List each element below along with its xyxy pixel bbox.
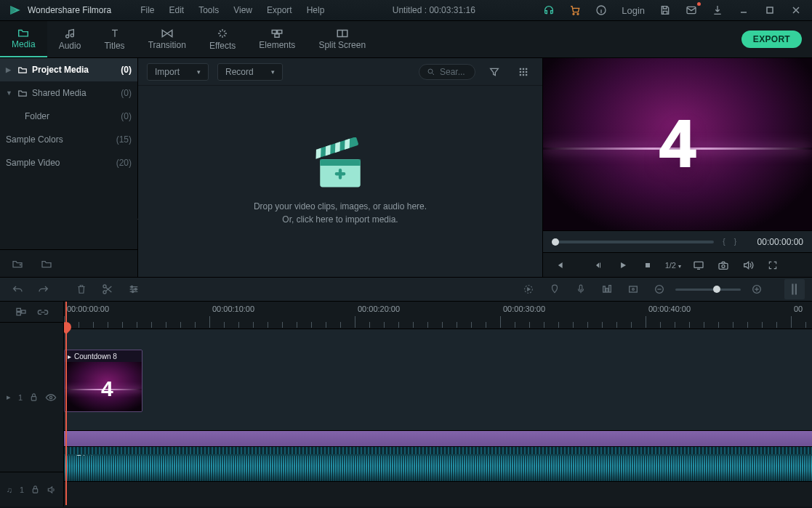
svg-rect-20 <box>526 73 527 75</box>
volume-icon[interactable] <box>738 255 758 275</box>
preview-video[interactable]: 4 <box>543 58 812 230</box>
speaker-icon[interactable] <box>47 485 57 495</box>
tab-elements[interactable]: Elements <box>247 21 307 57</box>
svg-rect-9 <box>275 34 279 38</box>
playback-speed[interactable]: 1/2 ▾ <box>662 261 684 270</box>
video-track-lane[interactable]: ▸Countdown 8 <box>64 329 812 431</box>
tab-elements-label: Elements <box>259 40 295 50</box>
sidebar-item-sample-colors[interactable]: Sample Colors (15) <box>0 128 137 151</box>
redo-icon[interactable] <box>33 279 54 299</box>
module-tabs: Media Audio Titles Transition Effects El… <box>0 21 812 58</box>
preview-seek-row: { } 00:00:00:00 <box>543 230 812 252</box>
manage-tracks-icon[interactable] <box>15 307 27 317</box>
video-track-header[interactable]: ▸ 1 <box>0 322 63 472</box>
eye-icon[interactable] <box>45 393 57 402</box>
edit-settings-icon[interactable] <box>124 279 144 299</box>
media-sidebar: ▶ Project Media (0) ▼ Shared Media (0) F… <box>0 58 138 277</box>
svg-rect-7 <box>273 31 277 34</box>
delete-icon[interactable] <box>71 279 92 299</box>
audio-mixer-icon[interactable] <box>597 279 617 299</box>
audio-track-header[interactable]: ♫ 1 <box>0 472 63 507</box>
split-icon[interactable] <box>97 279 118 299</box>
crop-icon[interactable] <box>623 279 643 299</box>
undo-icon[interactable] <box>7 279 28 299</box>
track-area[interactable]: 00:00:00:00 00:00:10:00 00:00:20:00 00:0… <box>64 302 812 507</box>
menu-view[interactable]: View <box>226 2 260 18</box>
mail-icon[interactable] <box>678 0 704 21</box>
close-button[interactable] <box>783 0 809 21</box>
chevron-down-icon: ▾ <box>271 68 275 76</box>
tab-titles[interactable]: Titles <box>92 21 136 57</box>
step-back-button[interactable] <box>588 255 608 275</box>
play-button[interactable] <box>613 255 633 275</box>
timeline-toolbar <box>0 277 812 302</box>
svg-rect-12 <box>520 68 521 69</box>
svg-rect-29 <box>694 262 703 267</box>
preview-panel: 4 { } 00:00:00:00 1/2 ▾ <box>543 58 812 277</box>
export-button[interactable]: EXPORT <box>741 31 802 48</box>
zoom-out-icon[interactable] <box>649 279 670 299</box>
tab-effects[interactable]: Effects <box>198 21 247 57</box>
svg-rect-18 <box>520 73 521 75</box>
lock-icon[interactable] <box>31 485 39 494</box>
download-icon[interactable] <box>704 0 731 21</box>
tab-audio[interactable]: Audio <box>47 21 93 57</box>
grid-view-icon[interactable] <box>513 62 534 82</box>
sidebar-item-project-media[interactable]: ▶ Project Media (0) <box>0 58 137 81</box>
search-input[interactable]: Sear... <box>419 64 475 80</box>
save-icon[interactable] <box>652 0 678 21</box>
svg-rect-48 <box>31 397 36 401</box>
snapshot-icon[interactable] <box>713 255 733 275</box>
menu-edit[interactable]: Edit <box>162 2 192 18</box>
link-icon[interactable] <box>37 307 49 317</box>
svg-rect-16 <box>523 70 524 72</box>
zoom-in-icon[interactable] <box>747 279 767 299</box>
marker-icon[interactable] <box>544 279 565 299</box>
sidebar-item-count: (0) <box>121 88 132 98</box>
bracket-open[interactable]: { <box>723 238 725 246</box>
time-ruler[interactable]: 00:00:00:00 00:00:10:00 00:00:20:00 00:0… <box>64 302 812 329</box>
display-icon[interactable] <box>688 255 709 275</box>
maximize-button[interactable] <box>757 0 783 21</box>
sidebar-item-sample-video[interactable]: Sample Video (20) <box>0 151 137 174</box>
filter-icon[interactable] <box>484 62 505 82</box>
sidebar-item-shared-media[interactable]: ▼ Shared Media (0) <box>0 81 137 105</box>
voiceover-icon[interactable] <box>571 279 591 299</box>
menu-help[interactable]: Help <box>300 2 332 18</box>
fullscreen-icon[interactable] <box>763 255 783 275</box>
import-dropdown[interactable]: Import ▾ <box>147 63 209 81</box>
bracket-close[interactable]: } <box>734 238 736 246</box>
audio-track-lane[interactable]: ♫Trip to roma <box>64 447 812 482</box>
tab-split-screen[interactable]: Split Screen <box>307 21 377 57</box>
record-dropdown[interactable]: Record ▾ <box>217 63 283 81</box>
menu-file[interactable]: File <box>133 2 161 18</box>
support-icon[interactable] <box>536 0 562 21</box>
cart-icon[interactable] <box>562 0 588 21</box>
overlay-track-lane[interactable] <box>64 431 812 447</box>
zoom-slider[interactable] <box>675 289 741 291</box>
prev-frame-button[interactable] <box>549 255 569 275</box>
stop-button[interactable] <box>638 255 658 275</box>
tab-media[interactable]: Media <box>0 21 47 57</box>
menu-tools[interactable]: Tools <box>191 2 226 18</box>
folder-open-icon[interactable] <box>41 259 52 269</box>
info-icon[interactable] <box>588 0 614 21</box>
lock-icon[interactable] <box>30 392 38 402</box>
text-icon <box>109 28 121 39</box>
render-icon[interactable] <box>518 279 539 299</box>
preview-seek-bar[interactable] <box>552 241 714 243</box>
playhead[interactable] <box>65 302 67 505</box>
timeline-clip-countdown[interactable]: ▸Countdown 8 <box>64 350 142 412</box>
minimize-button[interactable] <box>731 0 757 21</box>
menu-export[interactable]: Export <box>260 2 300 18</box>
elements-icon <box>270 28 284 39</box>
sidebar-item-folder[interactable]: Folder (0) <box>0 105 137 128</box>
music-icon <box>64 28 76 39</box>
sidebar-item-count: (0) <box>121 65 132 75</box>
tab-transition[interactable]: Transition <box>137 21 198 57</box>
sidebar-item-label: Sample Video <box>6 158 112 168</box>
new-folder-icon[interactable] <box>12 259 23 269</box>
media-dropzone[interactable]: Drop your video clips, images, or audio … <box>138 86 542 277</box>
zoom-to-fit-icon[interactable] <box>784 279 805 299</box>
login-button[interactable]: Login <box>614 0 652 21</box>
